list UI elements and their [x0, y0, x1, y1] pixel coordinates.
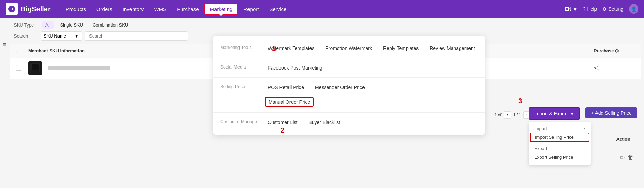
- setting-button[interactable]: ⚙ Setting: [602, 6, 623, 12]
- sku-type-options: All Single SKU Combination SKU: [42, 21, 131, 29]
- section-label-social-media: Social Media: [220, 64, 265, 72]
- import-export-dropdown: Import › Import Selling Price Export Exp…: [529, 122, 591, 165]
- search-input[interactable]: [85, 31, 188, 41]
- nav-products[interactable]: Products: [61, 4, 91, 14]
- user-icon: 👤: [631, 6, 637, 12]
- purchase-qty-cell: ≥1: [594, 65, 635, 71]
- product-thumbnail: [28, 61, 42, 75]
- page-area: ≡ SKU Type All Single SKU Combination SK…: [0, 18, 644, 188]
- search-field-select[interactable]: SKU Name ▼: [41, 31, 82, 41]
- sku-type-label: SKU Type: [14, 22, 38, 28]
- sku-info-blurred: [48, 66, 110, 70]
- export-section-label: Export: [529, 145, 591, 153]
- nav-marketing[interactable]: Marketing: [204, 3, 238, 15]
- import-export-wrapper: Import & Export ▼ Import › Import Sellin…: [529, 107, 580, 120]
- nav-service[interactable]: Service: [264, 4, 291, 14]
- action-col-header: Action: [616, 137, 630, 142]
- sku-option-combo[interactable]: Combination SKU: [89, 21, 131, 29]
- row-checkbox[interactable]: [16, 65, 21, 71]
- edit-icon[interactable]: ✏: [620, 154, 625, 161]
- chevron-right-icon: ›: [584, 126, 585, 131]
- badge-1: 1: [272, 45, 276, 53]
- right-controls: 3 Import & Export ▼ Import › Import Sell…: [529, 107, 637, 120]
- dropdown-pos-retail-price[interactable]: POS Retail Price: [265, 83, 307, 92]
- top-navigation: BigSeller Products Orders Inventory WMS …: [0, 0, 644, 18]
- chevron-down-icon: ▼: [570, 111, 574, 116]
- question-icon: ?: [583, 6, 586, 12]
- col-header-purchase: Purchase Q...: [594, 48, 635, 53]
- delete-icon[interactable]: 🗑: [627, 154, 634, 161]
- import-selling-price-item[interactable]: Import Selling Price: [530, 133, 589, 142]
- dropdown-section-selling-price: Selling Price POS Retail Price Messenger…: [213, 81, 485, 109]
- logo-icon: [6, 3, 18, 15]
- dropdown-facebook-post[interactable]: Facebook Post Marketing: [265, 64, 325, 72]
- dropdown-section-social-media: Social Media Facebook Post Marketing: [213, 61, 485, 75]
- dropdown-manual-order-price[interactable]: Manual Order Price: [265, 97, 314, 107]
- sku-option-single[interactable]: Single SKU: [56, 21, 86, 29]
- dropdown-customer-list[interactable]: Customer List: [265, 118, 300, 126]
- import-section-label: Import ›: [529, 125, 591, 133]
- dropdown-promotion-watermark[interactable]: Promotion Watermark: [323, 44, 375, 52]
- section-label-customer-manage: Customer Manage: [220, 118, 265, 126]
- nav-items: Products Orders Inventory WMS Purchase M…: [61, 3, 565, 15]
- gear-icon: ⚙: [602, 6, 607, 12]
- nav-inventory[interactable]: Inventory: [118, 4, 149, 14]
- nav-right: EN ▼ ? Help ⚙ Setting 👤: [565, 4, 639, 14]
- import-export-button[interactable]: Import & Export ▼: [529, 107, 580, 120]
- nav-report[interactable]: Report: [239, 4, 264, 14]
- section-label-selling-price: Selling Price: [220, 83, 265, 107]
- dropdown-messenger-order-price[interactable]: Messenger Order Price: [312, 83, 368, 92]
- logo[interactable]: BigSeller: [6, 3, 51, 15]
- action-icons: ✏ 🗑: [620, 154, 634, 161]
- export-selling-price-item[interactable]: Export Selling Price: [529, 153, 591, 162]
- select-all-checkbox[interactable]: [16, 48, 21, 53]
- dropdown-section-customer-manage: Customer Manage Customer List Buyer Blac…: [213, 115, 485, 129]
- search-label: Search: [14, 33, 38, 39]
- nav-orders[interactable]: Orders: [92, 4, 117, 14]
- pagination-info: 1 of: [495, 113, 502, 117]
- chevron-down-icon: ▼: [573, 6, 578, 12]
- sku-type-row: SKU Type All Single SKU Combination SKU: [14, 21, 641, 29]
- nav-wms[interactable]: WMS: [149, 4, 171, 14]
- dropdown-arrow-icon: ▼: [74, 33, 79, 39]
- sku-option-all[interactable]: All: [42, 21, 54, 29]
- sidebar-toggle[interactable]: ≡: [3, 41, 7, 49]
- add-selling-price-button[interactable]: + Add Selling Price: [585, 107, 637, 118]
- section-label-marketing-tools: Marketing Tools: [220, 44, 265, 52]
- help-button[interactable]: ? Help: [583, 6, 597, 12]
- language-selector[interactable]: EN ▼: [565, 6, 578, 12]
- user-avatar[interactable]: 👤: [629, 4, 638, 14]
- marketing-dropdown: Marketing Tools Watermark Templates Prom…: [213, 36, 485, 135]
- badge-2: 2: [281, 126, 284, 134]
- nav-purchase[interactable]: Purchase: [172, 4, 203, 14]
- dropdown-review-management[interactable]: Review Management: [427, 44, 478, 52]
- prev-page-button[interactable]: ‹: [504, 111, 511, 119]
- badge-3: 3: [518, 97, 522, 105]
- dropdown-buyer-blacklist[interactable]: Buyer Blacklist: [306, 118, 343, 126]
- pagination-current: 1 / 1: [513, 113, 521, 117]
- logo-text: BigSeller: [21, 5, 51, 13]
- dropdown-reply-templates[interactable]: Reply Templates: [380, 44, 421, 52]
- dropdown-section-marketing-tools: Marketing Tools Watermark Templates Prom…: [213, 41, 485, 55]
